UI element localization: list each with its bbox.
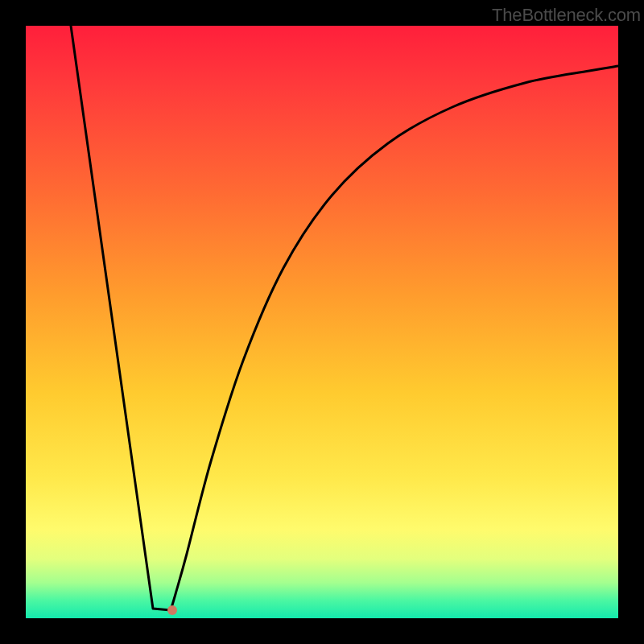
source-watermark: TheBottleneck.com bbox=[492, 5, 641, 26]
optimal-point-marker bbox=[167, 605, 177, 615]
bottleneck-curve bbox=[71, 26, 618, 610]
plot-area bbox=[26, 26, 618, 618]
curve-layer bbox=[26, 26, 618, 618]
